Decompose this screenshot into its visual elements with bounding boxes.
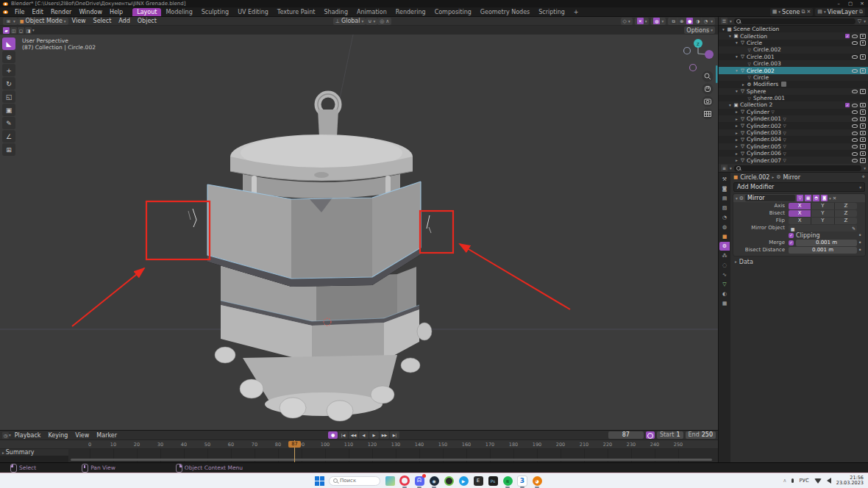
hide-in-viewport-icon[interactable]	[852, 137, 858, 142]
workspace-tab-rendering[interactable]: Rendering	[391, 8, 430, 16]
start-button[interactable]	[315, 476, 324, 486]
scene-selector[interactable]: ▦ ▾ Scene ⧉ ✕	[770, 8, 814, 16]
timeline-menu-marker[interactable]: Marker	[93, 432, 121, 439]
disable-in-render-icon[interactable]	[860, 89, 866, 94]
disable-in-render-icon[interactable]	[860, 54, 866, 60]
disable-in-render-icon[interactable]	[860, 116, 866, 121]
properties-editor-icon[interactable]: ≡	[721, 165, 728, 171]
expand-icon[interactable]: ▸	[734, 110, 739, 114]
start-frame-field[interactable]: Start1	[657, 431, 683, 439]
timeline-menu-keying[interactable]: Keying	[44, 432, 71, 439]
timeline-track-area[interactable]: ▸Summary	[0, 449, 718, 462]
jump-to-start-button[interactable]: |◀	[338, 431, 348, 439]
workspace-tab-geometry-nodes[interactable]: Geometry Nodes	[476, 8, 534, 16]
workspace-tab-+[interactable]: +	[569, 8, 583, 16]
properties-tab-constraints[interactable]: ∿	[719, 270, 730, 279]
new-viewlayer-icon[interactable]: ⧉	[859, 9, 863, 15]
auto-keying-toggle[interactable]	[646, 431, 655, 439]
properties-tab-tool[interactable]: ⚒	[719, 175, 730, 184]
select-mode-new-icon[interactable]: ▰	[3, 27, 10, 34]
flip-z-button[interactable]: Z	[835, 218, 857, 224]
select-mode-invert-icon[interactable]: ◨	[25, 27, 32, 34]
properties-tab-object-data[interactable]: ▽	[719, 280, 730, 289]
expand-icon[interactable]: ▸	[734, 117, 739, 121]
menu-file[interactable]: File	[11, 9, 28, 15]
disable-in-render-icon[interactable]	[860, 34, 866, 39]
extras-menu-icon[interactable]: ▾	[829, 196, 831, 201]
viewlayer-selector[interactable]: ▤ ▾ ViewLayer ⧉	[815, 8, 865, 16]
expand-icon[interactable]: ▾	[734, 40, 739, 45]
volume-icon[interactable]	[827, 478, 831, 484]
next-keyframe-button[interactable]: ▶▶	[380, 431, 389, 439]
outliner-row-cylinder-005[interactable]: ▸▽Cylinder.005▽	[719, 143, 868, 150]
mode-selector[interactable]: ■ Object Mode ▾	[18, 18, 68, 25]
object-type-visibility[interactable]: ◇▾	[621, 18, 633, 25]
expand-icon[interactable]: ▾	[734, 68, 739, 73]
toggle-xray-icon[interactable]: ⧉	[670, 18, 677, 24]
workspace-tab-scripting[interactable]: Scripting	[534, 8, 569, 16]
wifi-icon[interactable]	[814, 478, 822, 484]
hide-in-viewport-icon[interactable]	[852, 89, 858, 94]
expand-icon[interactable]: ▸	[734, 131, 739, 135]
gizmo-y-axis[interactable]	[705, 50, 714, 59]
record-button[interactable]: ●	[328, 431, 338, 439]
summary-channel[interactable]: ▸Summary	[0, 449, 68, 456]
outliner-row-circle-002[interactable]: ▾▽Circle.002	[719, 67, 868, 73]
menu-help[interactable]: Help	[106, 9, 127, 15]
timeline-menu-playback[interactable]: Playback	[11, 432, 45, 439]
tool-transform[interactable]: ▣	[2, 104, 15, 116]
viewport-menu-view[interactable]: View	[68, 18, 90, 24]
proportional-editing-toggle[interactable]: ◎∧	[377, 18, 391, 25]
properties-tab-view-layer[interactable]: ▧	[719, 204, 730, 212]
outliner-row-cylinder[interactable]: ▸▽Cylinder▽	[719, 109, 868, 115]
outliner-row-scene collection[interactable]: ▾▦Scene Collection	[719, 26, 868, 32]
shading-wireframe-icon[interactable]: ⊕	[678, 18, 685, 24]
taskbar-app-discord[interactable]: ᗣ	[414, 476, 424, 486]
hide-in-viewport-icon[interactable]	[852, 110, 858, 115]
hide-in-viewport-icon[interactable]	[852, 130, 858, 135]
outliner-row-cylinder-003[interactable]: ▸▽Cylinder.003▽	[719, 129, 868, 136]
viewport-menu-add[interactable]: Add	[115, 18, 134, 24]
hide-in-viewport-icon[interactable]	[852, 68, 858, 73]
taskbar-app-opera-gx[interactable]	[399, 476, 410, 486]
timeline-menu-view[interactable]: View	[71, 432, 93, 439]
properties-tab-scene[interactable]: ◔	[719, 213, 730, 222]
hide-in-viewport-icon[interactable]	[852, 34, 858, 39]
new-scene-icon[interactable]: ⧉	[801, 9, 805, 15]
disable-in-render-icon[interactable]	[860, 110, 866, 115]
select-mode-subtract-icon[interactable]: ◻	[18, 27, 24, 34]
properties-tab-output[interactable]: ▤	[719, 194, 730, 203]
jump-to-end-button[interactable]: ▶|	[390, 431, 399, 439]
outliner-row-cylinder-007[interactable]: ▸▽Cylinder.007▽	[719, 157, 868, 163]
timeline-ruler[interactable]: 0102030405060708090100110120130140150160…	[0, 440, 718, 449]
disable-in-render-icon[interactable]	[860, 102, 866, 107]
snap-toggle[interactable]: ⊍▾	[366, 18, 377, 25]
outliner-row-modifiers[interactable]: ▸⚙Modifiers	[719, 81, 868, 87]
tool-annotate[interactable]: ✎	[2, 117, 15, 129]
properties-tab-physics[interactable]: ◌	[719, 261, 730, 270]
workspace-tab-compositing[interactable]: Compositing	[430, 8, 476, 16]
unlink-scene-icon[interactable]: ✕	[806, 9, 811, 15]
disable-in-render-icon[interactable]	[860, 68, 866, 73]
workspace-tab-shading[interactable]: Shading	[319, 8, 352, 16]
properties-options-icon[interactable]: ▾	[864, 166, 866, 171]
outliner-row-sphere-001[interactable]: ▽Sphere.001	[719, 95, 868, 101]
timeline-editor-icon[interactable]: ◷	[2, 432, 9, 439]
hide-in-viewport-icon[interactable]	[852, 123, 858, 129]
blender-menu-icon[interactable]	[3, 10, 8, 14]
tool-add-cube[interactable]: ⊞	[2, 143, 15, 156]
mirror-object-field[interactable]: ■ ✎	[789, 225, 857, 232]
expand-icon[interactable]: ▸	[734, 158, 739, 162]
grenade-model[interactable]	[207, 94, 432, 421]
on-cage-toggle[interactable]: ▽	[797, 195, 803, 201]
minimize-button[interactable]: –	[833, 0, 844, 7]
taskbar-app-blender[interactable]: ◕	[532, 476, 542, 486]
properties-tab-texture[interactable]: ▦	[719, 299, 730, 308]
taskbar-app-app-3[interactable]: 3	[517, 476, 527, 486]
menu-edit[interactable]: Edit	[28, 9, 47, 15]
taskbar-app-epic-games[interactable]: E	[473, 476, 483, 486]
keyboard-language[interactable]: РУС	[799, 478, 808, 484]
bisect-y-button[interactable]: Y	[811, 210, 834, 217]
mirror-panel-header[interactable]: ▾ ⚙ Mirror ▽ ▦ ◓ ◙ ▾ ✕	[733, 194, 865, 202]
properties-tab-object[interactable]: ■	[719, 232, 730, 241]
